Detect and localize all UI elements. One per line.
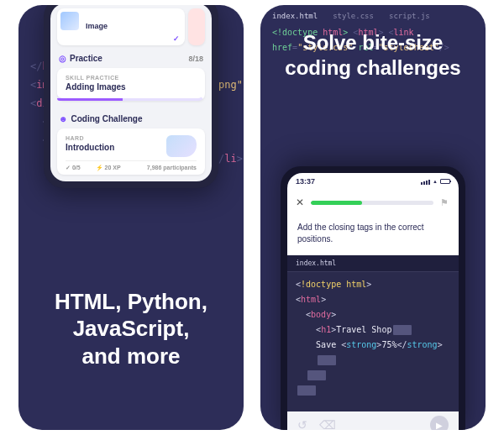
flag-icon[interactable]: ⚑ [440,197,450,208]
right-headline: Solve bite-size coding challenges [260,30,486,81]
alien-icon: ☻ [59,114,68,123]
undo-icon[interactable]: ↺ [297,418,307,430]
right-promo-panel: index.html style.css script.js <!doctype… [260,5,486,430]
challenge-footer: ✓ 0/5 ⚡ 20 XP 7,986 participants [66,160,197,171]
lesson-card-label: Image [86,22,108,30]
editor-toolbar: ↺ ⌫ ▶ [287,411,459,430]
challenge-card[interactable]: HARD Introduction ✓ 0/5 ⚡ 20 XP 7,986 pa… [57,128,205,175]
left-headline: HTML, Python, JavaScript, and more [18,288,244,370]
left-promo-panel: rel="stylesheet"/> </head> <img src="img… [18,5,244,430]
right-phone-device: 13:37 ▲ ✕ ⚑ Add the closing tags in the … [281,166,465,430]
lesson-card-locked[interactable] [188,8,205,45]
skill-practice-title: Adding Images [66,82,194,92]
practice-label: Practice [70,54,102,63]
right-phone-screen: 13:37 ▲ ✕ ⚑ Add the closing tags in the … [287,173,459,430]
lesson-card-illustration [60,12,79,30]
signal-icon [421,178,430,185]
tab-index[interactable]: index.html [272,12,318,20]
challenge-participants: 7,986 participants [147,165,197,171]
editor-tabs: index.html style.css script.js [272,7,430,20]
check-icon: ✓ [173,34,180,43]
battery-icon [440,179,450,184]
challenge-label: Coding Challenge [71,114,143,123]
code-blank[interactable] [393,325,412,335]
target-icon: ◎ [59,54,66,63]
code-editor[interactable]: <<!doctype html>!doctype html> <html> <b… [287,272,459,411]
close-icon[interactable]: ✕ [296,197,304,208]
run-button[interactable]: ▶ [430,416,449,430]
left-phone-device: Image ✓ ◎Practice 8/18 SKILL PRACTICE Ad… [44,5,218,188]
status-time: 13:37 [296,177,315,186]
lesson-topbar: ✕ ⚑ [287,190,459,215]
tab-script[interactable]: script.js [389,12,430,20]
clear-icon[interactable]: ⌫ [319,418,336,430]
lesson-cards-row: Image ✓ [50,5,212,47]
challenge-section-header: ☻Coding Challenge [50,107,212,127]
code-blank[interactable] [297,385,316,396]
practice-count: 8/18 [188,55,203,63]
challenge-xp: ⚡ 20 XP [96,165,128,170]
lesson-progress-bar [311,201,433,205]
skill-practice-card[interactable]: SKILL PRACTICE Adding Images [57,68,205,101]
tab-style[interactable]: style.css [333,12,374,20]
left-phone-screen: Image ✓ ◎Practice 8/18 SKILL PRACTICE Ad… [50,5,212,181]
code-blank[interactable] [318,355,336,365]
challenge-prompt: Add the closing tags in the correct posi… [287,215,459,255]
whistle-illustration [166,135,197,157]
challenge-progress: ✓ 0/5 [66,165,87,170]
status-bar: 13:37 ▲ [287,173,459,190]
code-blank[interactable] [307,370,326,380]
skill-practice-label: SKILL PRACTICE [66,75,194,81]
editor-file-tab[interactable]: index.html [287,255,459,272]
lesson-card-image[interactable]: Image ✓ [57,8,185,45]
practice-section-header: ◎Practice 8/18 [50,47,212,66]
